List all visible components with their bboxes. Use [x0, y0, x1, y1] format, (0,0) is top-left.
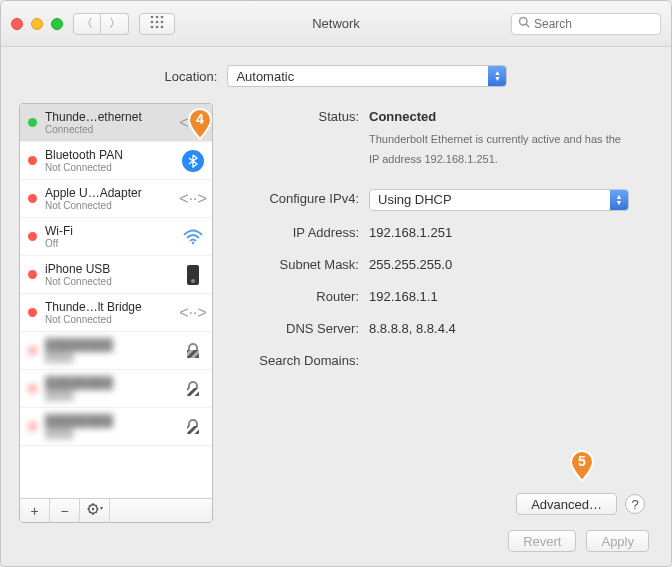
apply-button[interactable]: Apply [586, 530, 649, 552]
router-row: Router: 192.168.1.1 [229, 287, 645, 307]
svg-line-25 [89, 512, 90, 513]
chevron-right-icon: 〉 [109, 15, 121, 32]
lock-icon [182, 378, 204, 400]
router-value: 192.168.1.1 [369, 287, 645, 307]
service-item-thunderbolt-bridge[interactable]: Thunde…lt Bridge Not Connected <··> [20, 294, 212, 332]
forward-button[interactable]: 〉 [101, 13, 129, 35]
mask-label: Subnet Mask: [229, 255, 369, 275]
svg-point-4 [156, 21, 159, 24]
ethernet-icon: <··> [182, 188, 204, 210]
service-list[interactable]: Thunde…ethernet Connected <··> Bluetooth… [20, 104, 212, 498]
location-select[interactable]: Automatic ▲▼ [227, 65, 507, 87]
service-text: iPhone USB Not Connected [45, 262, 182, 287]
action-menu-button[interactable] [80, 499, 110, 522]
content-area: Location: Automatic ▲▼ Thunde…ethernet C… [1, 47, 671, 566]
service-item-redacted[interactable]: ████████████ [20, 370, 212, 408]
svg-rect-13 [187, 350, 199, 358]
select-arrows-icon: ▲▼ [488, 66, 506, 86]
svg-point-2 [161, 16, 164, 19]
status-dot-icon [28, 308, 37, 317]
ethernet-icon: <··> [182, 112, 204, 134]
network-prefs-window: 〈 〉 Network Location: Autom [0, 0, 672, 567]
svg-point-6 [151, 26, 154, 29]
mask-row: Subnet Mask: 255.255.255.0 [229, 255, 645, 275]
status-dot-icon [28, 346, 37, 355]
search-icon [518, 16, 530, 31]
service-item-redacted[interactable]: ████████████ [20, 332, 212, 370]
searchdomains-label: Search Domains: [229, 351, 369, 371]
help-button[interactable]: ? [625, 494, 645, 514]
ip-row: IP Address: 192.168.1.251 [229, 223, 645, 243]
search-field[interactable] [511, 13, 661, 35]
back-button[interactable]: 〈 [73, 13, 101, 35]
dns-label: DNS Server: [229, 319, 369, 339]
advanced-button[interactable]: Advanced… [516, 493, 617, 515]
svg-point-0 [151, 16, 154, 19]
service-text: Wi-Fi Off [45, 224, 182, 249]
service-status: Connected [45, 124, 182, 135]
service-sidebar: Thunde…ethernet Connected <··> Bluetooth… [19, 103, 213, 523]
service-item-bluetooth-pan[interactable]: Bluetooth PAN Not Connected [20, 142, 212, 180]
svg-point-3 [151, 21, 154, 24]
status-dot-icon [28, 270, 37, 279]
svg-point-9 [520, 18, 528, 26]
svg-line-24 [95, 512, 96, 513]
status-label: Status: [229, 107, 369, 127]
svg-rect-15 [187, 388, 199, 396]
service-item-redacted[interactable]: ████████████ [20, 408, 212, 446]
svg-point-8 [161, 26, 164, 29]
status-dot-icon [28, 232, 37, 241]
add-service-button[interactable]: + [20, 499, 50, 522]
revert-button[interactable]: Revert [508, 530, 576, 552]
sidebar-footer: + − [20, 498, 212, 522]
configure-label: Configure IPv4: [229, 189, 369, 209]
gear-icon [87, 502, 103, 519]
service-item-wifi[interactable]: Wi-Fi Off [20, 218, 212, 256]
service-name: Bluetooth PAN [45, 148, 182, 162]
service-status: Off [45, 238, 182, 249]
lock-icon [182, 340, 204, 362]
main-split: Thunde…ethernet Connected <··> Bluetooth… [19, 103, 653, 523]
service-item-iphone-usb[interactable]: iPhone USB Not Connected [20, 256, 212, 294]
svg-point-11 [192, 241, 195, 244]
svg-line-23 [89, 505, 90, 506]
service-status: Not Connected [45, 162, 182, 173]
window-controls [11, 18, 63, 30]
service-name: iPhone USB [45, 262, 182, 276]
service-name: Wi-Fi [45, 224, 182, 238]
svg-point-7 [156, 26, 159, 29]
dns-value: 8.8.8.8, 8.8.4.4 [369, 319, 645, 339]
advanced-row: Advanced… ? [516, 493, 645, 515]
configure-value: Using DHCP [378, 190, 452, 210]
minimize-window-button[interactable] [31, 18, 43, 30]
nav-buttons: 〈 〉 [73, 13, 129, 35]
status-dot-icon [28, 422, 37, 431]
search-input[interactable] [534, 17, 654, 31]
configure-ipv4-select[interactable]: Using DHCP ▲▼ [369, 189, 629, 211]
show-all-button[interactable] [139, 13, 175, 35]
wifi-icon [182, 226, 204, 248]
service-name: Apple U…Adapter [45, 186, 182, 200]
close-window-button[interactable] [11, 18, 23, 30]
service-item-thunderbolt-ethernet[interactable]: Thunde…ethernet Connected <··> [20, 104, 212, 142]
chevron-left-icon: 〈 [81, 15, 93, 32]
service-item-apple-usb-adapter[interactable]: Apple U…Adapter Not Connected <··> [20, 180, 212, 218]
remove-service-button[interactable]: − [50, 499, 80, 522]
grid-icon [150, 15, 164, 32]
ip-label: IP Address: [229, 223, 369, 243]
status-dot-icon [28, 118, 37, 127]
location-label: Location: [165, 69, 218, 84]
lock-icon [182, 416, 204, 438]
svg-line-10 [526, 24, 529, 27]
zoom-window-button[interactable] [51, 18, 63, 30]
location-row: Location: Automatic ▲▼ [19, 65, 653, 87]
service-status: Not Connected [45, 200, 182, 211]
service-text: Thunde…ethernet Connected [45, 110, 182, 135]
mask-value: 255.255.255.0 [369, 255, 645, 275]
service-status: Not Connected [45, 314, 182, 325]
ethernet-icon: <··> [182, 302, 204, 324]
footer-buttons: Revert Apply [508, 530, 649, 552]
titlebar: 〈 〉 Network [1, 1, 671, 47]
svg-point-18 [91, 508, 93, 510]
status-subtext: Thunderbolt Ethernet is currently active… [369, 129, 629, 169]
